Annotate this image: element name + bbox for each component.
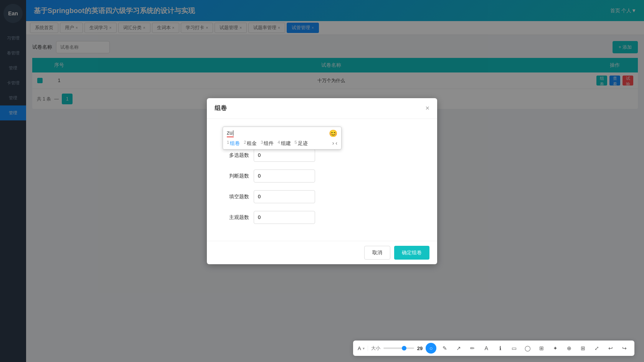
- ime-input-text: zu|: [227, 130, 234, 137]
- ime-candidate-3[interactable]: 3 组件: [261, 140, 274, 147]
- ime-candidate-2[interactable]: 2 租金: [244, 140, 257, 147]
- toolbar-pin-icon[interactable]: ✦: [550, 343, 561, 354]
- ime-prev-button[interactable]: ›: [332, 140, 334, 147]
- modal-header: 组卷 ×: [207, 98, 437, 119]
- form-label-duoxuan: 多选题数: [218, 152, 249, 159]
- ime-candidate-1[interactable]: 1 组卷: [227, 140, 240, 147]
- modal-title: 组卷: [215, 104, 227, 112]
- toolbar-arrow-icon[interactable]: ↗: [453, 343, 464, 354]
- toolbar-pen-icon[interactable]: ✏: [467, 343, 478, 354]
- form-row-duoxuan: 多选题数: [218, 149, 426, 162]
- form-label-zhuguan: 主观题数: [218, 214, 249, 221]
- ime-popup: zu| 😊 1 组卷 2 租金 3 组件 4 组建 5 足迹 › ‹: [223, 127, 342, 150]
- ime-candidates: 1 组卷 2 租金 3 组件 4 组建 5 足迹 › ‹: [227, 140, 337, 147]
- toolbar-link-icon[interactable]: ⊕: [564, 343, 575, 354]
- ime-candidate-5[interactable]: 5 足迹: [295, 140, 308, 147]
- modal-zuanjuan: 组卷 × 单选题数 多选题数 判断题数 填空题数 主观题数: [207, 98, 437, 264]
- form-row-tiankong: 填空题数: [218, 190, 426, 203]
- modal-close-button[interactable]: ×: [425, 105, 429, 112]
- font-selector: A ▾: [358, 346, 368, 351]
- toolbar-grid-icon[interactable]: ⊞: [536, 343, 547, 354]
- form-input-panduan[interactable]: [254, 169, 315, 183]
- modal-overlay: 组卷 × 单选题数 多选题数 判断题数 填空题数 主观题数: [0, 0, 644, 362]
- toolbar-expand-icon[interactable]: ⤢: [591, 343, 602, 354]
- toolbar-table-icon[interactable]: ⊞: [578, 343, 588, 354]
- toolbar-rect-icon[interactable]: ▭: [509, 343, 519, 354]
- size-value: 29: [417, 346, 423, 351]
- ime-next-button[interactable]: ‹: [335, 140, 337, 147]
- form-input-zhuguan[interactable]: [254, 211, 315, 224]
- form-label-panduan: 判断题数: [218, 173, 249, 179]
- toolbar-undo-icon[interactable]: ↩: [605, 343, 616, 354]
- form-row-zhuguan: 主观题数: [218, 211, 426, 224]
- toolbar-text-icon[interactable]: A: [481, 343, 492, 354]
- cancel-button[interactable]: 取消: [364, 246, 390, 260]
- confirm-button[interactable]: 确定组卷: [394, 246, 429, 260]
- form-row-panduan: 判断题数: [218, 169, 426, 183]
- ime-navigation: › ‹: [332, 140, 337, 147]
- size-slider[interactable]: [383, 347, 414, 349]
- form-label-tiankong: 填空题数: [218, 193, 249, 200]
- toolbar-select-icon[interactable]: ○: [426, 343, 436, 354]
- form-input-duoxuan[interactable]: [254, 149, 315, 162]
- ime-input-row: zu| 😊: [227, 129, 337, 138]
- toolbar-circle-icon[interactable]: ◯: [522, 343, 533, 354]
- bottom-toolbar: A ▾ 大小 29 ○ ✎ ↗ ✏ A ℹ ▭ ◯ ⊞ ✦ ⊕ ⊞ ⤢ ↩ ↪: [353, 341, 634, 356]
- form-input-tiankong[interactable]: [254, 190, 315, 203]
- toolbar-redo-icon[interactable]: ↪: [619, 343, 630, 354]
- modal-footer: 取消 确定组卷: [207, 241, 437, 264]
- font-label[interactable]: A: [358, 346, 361, 351]
- toolbar-info-icon[interactable]: ℹ: [495, 343, 505, 354]
- ime-emoji-icon[interactable]: 😊: [329, 129, 337, 138]
- ime-candidate-4[interactable]: 4 组建: [277, 140, 291, 147]
- font-dropdown-icon[interactable]: ▾: [363, 346, 365, 350]
- size-label: 大小: [371, 345, 380, 352]
- toolbar-lasso-icon[interactable]: ✎: [439, 343, 450, 354]
